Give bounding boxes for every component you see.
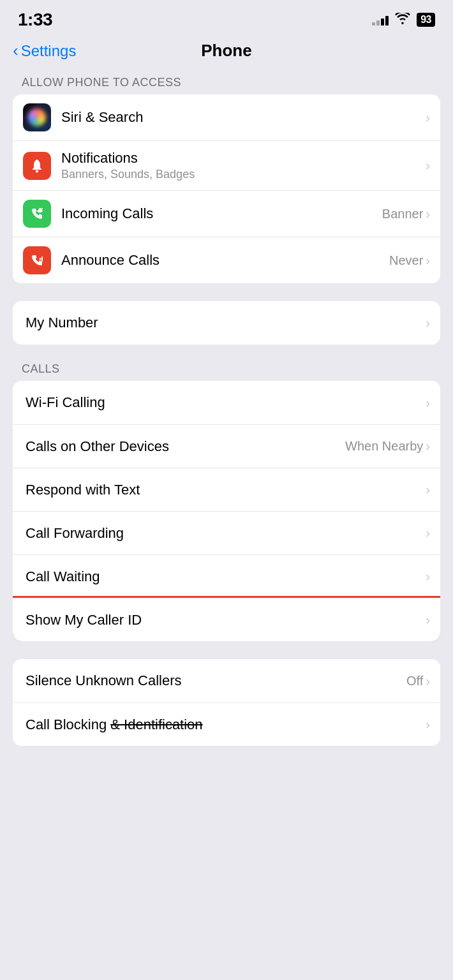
back-button[interactable]: ‹ Settings (13, 42, 76, 60)
section-my-number: My Number › (13, 301, 440, 345)
wifi-icon (395, 13, 410, 27)
calls-other-devices-title: Calls on Other Devices (26, 438, 345, 455)
call-blocking-text-prefix: Call Blocking (26, 716, 110, 732)
notifications-icon: ! (23, 152, 51, 180)
chevron-icon: › (426, 569, 430, 584)
row-call-forwarding[interactable]: Call Forwarding › (13, 511, 440, 554)
show-caller-id-title: Show My Caller ID (26, 612, 426, 628)
allow-access-card: Siri & Search › ! Notifications (13, 94, 440, 283)
row-announce-calls[interactable]: Announce Calls Never › (13, 237, 440, 283)
silence-unknown-title: Silence Unknown Callers (26, 672, 406, 689)
row-show-caller-id[interactable]: Show My Caller ID › (13, 598, 440, 641)
chevron-icon: › (426, 674, 430, 688)
notifications-title: Notifications (61, 150, 426, 167)
row-silence-unknown[interactable]: Silence Unknown Callers Off › (13, 659, 440, 702)
section-header-calls: CALLS (13, 362, 440, 381)
chevron-icon: › (426, 316, 430, 330)
incoming-calls-title: Incoming Calls (61, 205, 382, 222)
page-title: Phone (201, 41, 251, 61)
my-number-card: My Number › (13, 301, 440, 345)
section-allow-access: ALLOW PHONE TO ACCESS Siri & Search › (13, 76, 440, 283)
status-time: 1:33 (18, 10, 52, 30)
status-icons: 93 (372, 13, 435, 27)
row-my-number[interactable]: My Number › (13, 301, 440, 345)
chevron-icon: › (426, 110, 430, 125)
back-label: Settings (21, 42, 77, 60)
announce-calls-icon (23, 246, 51, 274)
respond-text-title: Respond with Text (26, 482, 426, 498)
back-chevron-icon: ‹ (13, 42, 19, 59)
my-number-title: My Number (26, 315, 426, 331)
signal-icon (372, 14, 389, 26)
row-siri-search[interactable]: Siri & Search › (13, 94, 440, 140)
content: ALLOW PHONE TO ACCESS Siri & Search › (0, 70, 453, 746)
row-incoming-calls[interactable]: Incoming Calls Banner › (13, 190, 440, 237)
call-blocking-title: Call Blocking & Identification (26, 716, 426, 733)
nav-header: ‹ Settings Phone (0, 34, 453, 70)
svg-rect-2 (40, 258, 41, 260)
chevron-icon: › (426, 526, 430, 540)
chevron-icon: › (426, 207, 430, 221)
incoming-calls-value: Banner (382, 207, 424, 221)
wifi-calling-title: Wi-Fi Calling (26, 394, 426, 411)
svg-point-0 (36, 170, 38, 172)
call-forwarding-title: Call Forwarding (26, 525, 426, 542)
section-bottom-calls: Silence Unknown Callers Off › Call Block… (13, 659, 440, 746)
battery-indicator: 93 (417, 13, 435, 27)
svg-text:!: ! (34, 162, 36, 168)
chevron-icon: › (426, 439, 430, 454)
siri-search-title: Siri & Search (61, 109, 426, 126)
row-respond-text[interactable]: Respond with Text › (13, 468, 440, 511)
silence-unknown-value: Off (406, 674, 423, 688)
call-blocking-text-strikethrough: & Identification (110, 716, 202, 732)
chevron-icon: › (426, 612, 430, 627)
siri-orb (28, 108, 46, 126)
chevron-icon: › (426, 158, 430, 173)
calls-other-devices-value: When Nearby (345, 439, 423, 454)
svg-rect-3 (41, 256, 43, 262)
chevron-icon: › (426, 482, 430, 497)
row-wifi-calling[interactable]: Wi-Fi Calling › (13, 381, 440, 424)
section-calls: CALLS Wi-Fi Calling › Calls on Other Dev… (13, 362, 440, 641)
status-bar: 1:33 93 (0, 0, 453, 34)
incoming-calls-icon (23, 200, 51, 228)
row-call-waiting[interactable]: Call Waiting › (13, 554, 440, 598)
siri-icon (23, 103, 51, 131)
row-call-blocking[interactable]: Call Blocking & Identification › (13, 702, 440, 746)
notifications-subtitle: Banners, Sounds, Badges (61, 168, 426, 181)
chevron-icon: › (426, 253, 430, 268)
calls-card: Wi-Fi Calling › Calls on Other Devices W… (13, 381, 440, 641)
bottom-calls-card: Silence Unknown Callers Off › Call Block… (13, 659, 440, 746)
section-header-allow: ALLOW PHONE TO ACCESS (13, 76, 440, 94)
chevron-icon: › (426, 717, 430, 732)
row-calls-other-devices[interactable]: Calls on Other Devices When Nearby › (13, 424, 440, 468)
call-waiting-title: Call Waiting (26, 568, 426, 585)
announce-calls-title: Announce Calls (61, 252, 389, 269)
row-notifications[interactable]: ! Notifications Banners, Sounds, Badges … (13, 140, 440, 190)
announce-calls-value: Never (389, 253, 423, 268)
chevron-icon: › (426, 396, 430, 410)
